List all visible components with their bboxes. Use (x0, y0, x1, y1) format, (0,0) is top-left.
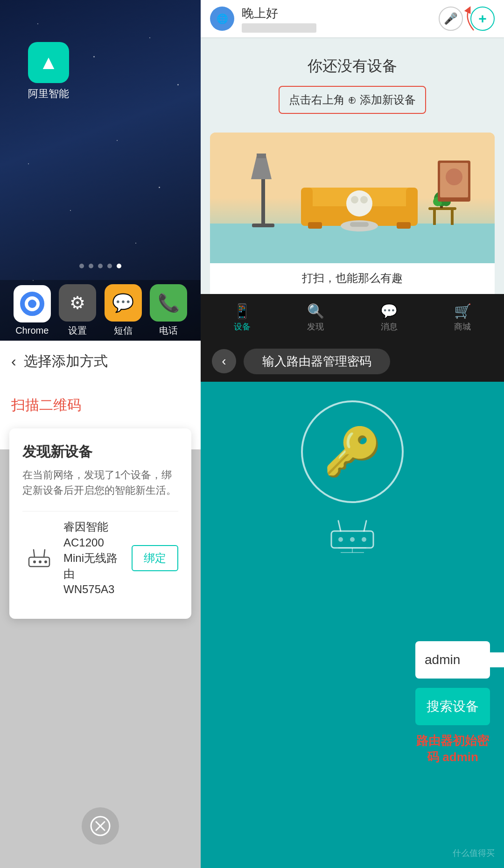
page-dot-5[interactable] (117, 264, 121, 268)
back-button[interactable]: ‹ (11, 353, 16, 370)
svg-point-30 (39, 560, 42, 563)
settings-icon[interactable]: ⚙ (59, 284, 96, 322)
chrome-icon[interactable] (14, 285, 51, 322)
watermark: 什么值得买 (453, 847, 495, 859)
nav-item-discover[interactable]: 🔍 发现 (279, 303, 353, 332)
svg-point-39 (350, 537, 355, 542)
greeting-name (242, 23, 316, 33)
svg-rect-12 (397, 222, 411, 229)
svg-point-27 (446, 168, 462, 185)
sms-label: 短信 (114, 324, 133, 337)
svg-line-32 (34, 550, 35, 557)
router-password-screen: ‹ 输入路由器管理密码 🔑 ⊗ (201, 341, 504, 868)
svg-rect-3 (261, 179, 265, 224)
device-discovered-dialog: 发现新设备 在当前网络，发现了1个设备，绑定新设备后开启您的智能新生活。 睿因智… (9, 428, 191, 619)
router-hint: 路由器初始密码 admin (415, 733, 490, 765)
devices-icon: 📱 (233, 303, 251, 319)
svg-point-31 (44, 560, 47, 563)
page-dot-2[interactable] (89, 264, 93, 268)
dock-item-sms[interactable]: 💬 短信 (105, 284, 142, 337)
phone-icon[interactable]: 📞 (150, 284, 187, 322)
greeting-text: 晚上好 (242, 5, 431, 21)
ali-smart-app[interactable]: 阿里智能 (28, 42, 69, 101)
devices-label: 设备 (234, 321, 251, 332)
arrow-annotation (441, 5, 478, 33)
svg-rect-10 (406, 188, 418, 226)
star-decoration (28, 163, 29, 164)
nav-item-devices[interactable]: 📱 设备 (205, 303, 279, 332)
ali-smart-label: 阿里智能 (28, 87, 69, 101)
star-decoration (93, 56, 95, 57)
messages-icon: 💬 (380, 303, 398, 319)
svg-rect-20 (451, 210, 454, 225)
add-method-screen: ‹ 选择添加方式 扫描二维码 设备、外包装或说明书上有二维 发现新设备 在当前网… (0, 341, 201, 868)
svg-point-38 (338, 537, 343, 542)
svg-rect-4 (252, 224, 274, 227)
store-icon: 🛒 (454, 303, 471, 319)
furniture-svg (210, 133, 495, 263)
store-label: 商城 (454, 321, 471, 332)
app-bottom-nav: 📱 设备 🔍 发现 💬 消息 🛒 商城 (201, 294, 504, 341)
page-dot-3[interactable] (98, 264, 103, 268)
device-name: 睿因智能AC1200 Mini无线路由WN575A3 (63, 519, 124, 597)
close-float-button[interactable] (82, 807, 119, 845)
ali-smart-icon[interactable] (28, 42, 69, 83)
ad-illustration (210, 133, 495, 263)
svg-line-33 (44, 550, 45, 557)
nav-item-messages[interactable]: 💬 消息 (352, 303, 426, 332)
page-dots (79, 264, 121, 268)
star-decoration (37, 23, 38, 24)
svg-point-29 (33, 560, 36, 563)
sms-icon[interactable]: 💬 (105, 284, 142, 322)
scan-qr-label: 扫描二维码 (11, 396, 189, 415)
password-input[interactable] (425, 652, 504, 667)
router-input-area: ⊗ 搜索设备 路由器初始密码 admin (401, 641, 504, 765)
star-decoration (70, 210, 71, 211)
scan-qr-section[interactable]: 扫描二维码 (0, 382, 201, 428)
router-back-button[interactable]: ‹ (212, 349, 236, 373)
svg-line-42 (364, 521, 366, 531)
dock-item-chrome[interactable]: Chrome (14, 285, 51, 336)
svg-rect-17 (350, 222, 369, 227)
messages-label: 消息 (381, 321, 398, 332)
avatar: 🌐 (210, 7, 234, 31)
add-method-header: ‹ 选择添加方式 (0, 341, 201, 382)
dialog-desc: 在当前网络，发现了1个设备，绑定新设备后开启您的智能新生活。 (22, 467, 178, 498)
page-dot-1[interactable] (79, 264, 84, 268)
svg-rect-19 (433, 210, 436, 225)
star-decoration (159, 187, 160, 188)
svg-point-13 (346, 190, 372, 217)
phone-label: 电话 (159, 324, 178, 337)
search-device-button[interactable]: 搜索设备 (415, 688, 490, 725)
star-decoration (117, 140, 118, 141)
svg-point-14 (351, 196, 358, 203)
svg-line-41 (338, 521, 341, 531)
device-router-icon (22, 541, 56, 575)
discover-label: 发现 (307, 321, 324, 332)
smart-app-screen: 🌐 晚上好 🎤 + 你还没有设备 点击右上角 ⊕ 添加新设备 ✕ (201, 0, 504, 341)
router-device-icon (324, 517, 380, 562)
ad-caption: 打扫，也能那么有趣 (210, 263, 495, 293)
key-circle: 🔑 (301, 400, 404, 503)
no-device-section: 你还没有设备 点击右上角 ⊕ 添加新设备 (201, 37, 504, 123)
add-device-hint: 点击右上角 ⊕ 添加新设备 (279, 86, 426, 114)
star-decoration (177, 84, 179, 85)
password-input-wrap[interactable]: ⊗ (415, 641, 490, 679)
svg-rect-6 (257, 154, 266, 158)
star-decoration (149, 37, 150, 38)
ad-card: ✕ (210, 133, 495, 306)
dialog-title: 发现新设备 (22, 442, 178, 462)
bind-button[interactable]: 绑定 (132, 545, 178, 571)
no-device-title: 你还没有设备 (210, 56, 495, 77)
router-content: 🔑 (201, 382, 504, 590)
router-header-title: 输入路由器管理密码 (244, 349, 390, 374)
svg-rect-9 (301, 188, 313, 226)
homescreen: 阿里智能 Chrome ⚙ 设置 💬 短信 (0, 0, 201, 341)
page-dot-4[interactable] (107, 264, 112, 268)
nav-item-store[interactable]: 🛒 商城 (426, 303, 500, 332)
device-row: 睿因智能AC1200 Mini无线路由WN575A3 绑定 (22, 511, 178, 605)
dock-item-phone[interactable]: 📞 电话 (150, 284, 187, 337)
add-method-title: 选择添加方式 (24, 352, 108, 371)
svg-point-15 (360, 196, 368, 203)
dock-item-settings[interactable]: ⚙ 设置 (59, 284, 96, 337)
